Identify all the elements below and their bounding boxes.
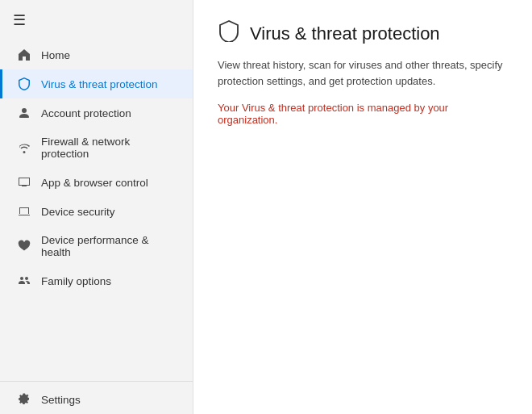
page-description: View threat history, scan for viruses an…: [218, 57, 508, 89]
wifi-icon: [15, 141, 33, 154]
sidebar: ☰ Home Virus & threat protection: [0, 0, 193, 414]
gear-icon: [15, 393, 33, 406]
shield-icon: [15, 77, 33, 90]
family-icon: [15, 274, 33, 287]
person-icon: [15, 107, 33, 119]
home-icon: [15, 48, 33, 61]
sidebar-item-family-label: Family options: [41, 275, 111, 287]
managed-notice: Your Virus & threat protection is manage…: [218, 102, 508, 126]
sidebar-item-account-label: Account protection: [41, 107, 131, 119]
page-title: Virus & threat protection: [250, 23, 440, 44]
sidebar-item-home[interactable]: Home: [0, 40, 193, 69]
page-shield-icon: [218, 19, 240, 48]
sidebar-item-settings[interactable]: Settings: [0, 385, 193, 414]
sidebar-item-family[interactable]: Family options: [0, 266, 193, 295]
sidebar-item-browser-label: App & browser control: [41, 177, 148, 189]
nav-menu: Home Virus & threat protection Account p…: [0, 40, 193, 295]
sidebar-item-account[interactable]: Account protection: [0, 98, 193, 128]
sidebar-item-firewall[interactable]: Firewall & network protection: [0, 128, 193, 168]
sidebar-item-browser[interactable]: App & browser control: [0, 168, 193, 197]
sidebar-bottom: Settings: [0, 381, 193, 414]
monitor-icon: [15, 176, 33, 189]
main-content: Virus & threat protection View threat hi…: [193, 0, 532, 414]
heart-icon: [15, 240, 33, 253]
sidebar-item-security[interactable]: Device security: [0, 197, 193, 226]
hamburger-icon: ☰: [13, 12, 26, 28]
sidebar-item-security-label: Device security: [41, 206, 115, 218]
hamburger-menu[interactable]: ☰: [0, 0, 193, 40]
sidebar-item-virus[interactable]: Virus & threat protection: [0, 69, 193, 98]
sidebar-item-performance-label: Device performance & health: [41, 234, 180, 258]
sidebar-item-home-label: Home: [41, 49, 70, 61]
sidebar-item-virus-label: Virus & threat protection: [41, 78, 158, 90]
page-header: Virus & threat protection: [218, 19, 508, 48]
sidebar-item-performance[interactable]: Device performance & health: [0, 226, 193, 266]
laptop-icon: [15, 205, 33, 218]
sidebar-settings-label: Settings: [41, 394, 81, 406]
sidebar-item-firewall-label: Firewall & network protection: [41, 136, 180, 160]
